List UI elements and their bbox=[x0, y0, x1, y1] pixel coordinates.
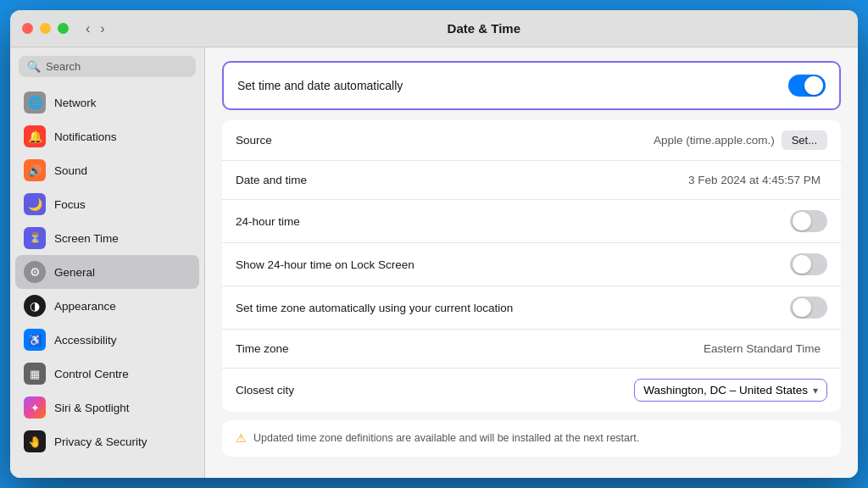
sidebar-item-screentime[interactable]: ⏳ Screen Time bbox=[15, 221, 199, 255]
sidebar: 🔍 Search 🌐 Network 🔔 Notifications 🔊 Sou… bbox=[10, 47, 205, 478]
table-row: Time zone Eastern Standard Time bbox=[222, 330, 841, 369]
sidebar-item-focus[interactable]: 🌙 Focus bbox=[15, 187, 199, 221]
sidebar-item-siri[interactable]: ✦ Siri & Spotlight bbox=[15, 391, 199, 424]
table-row: Set time zone automatically using your c… bbox=[222, 286, 841, 330]
set-button[interactable]: Set... bbox=[782, 130, 827, 150]
sidebar-item-label: Focus bbox=[54, 198, 86, 211]
dropdown-value: Washington, DC – United States bbox=[643, 384, 808, 396]
network-icon: 🌐 bbox=[24, 92, 46, 114]
source-label: Source bbox=[236, 134, 654, 147]
table-row: Show 24-hour time on Lock Screen bbox=[222, 243, 841, 286]
sidebar-item-privacy[interactable]: 🤚 Privacy & Security bbox=[15, 424, 199, 458]
settings-list: Source Apple (time.apple.com.) Set... Da… bbox=[222, 120, 841, 412]
sidebar-list: 🌐 Network 🔔 Notifications 🔊 Sound 🌙 Focu… bbox=[10, 82, 204, 478]
main-window: ‹ › Date & Time 🔍 Search 🌐 Network 🔔 Not… bbox=[10, 10, 858, 478]
content-area: 🔍 Search 🌐 Network 🔔 Notifications 🔊 Sou… bbox=[10, 47, 858, 478]
24hour-toggle[interactable] bbox=[790, 210, 827, 232]
back-button[interactable]: ‹ bbox=[82, 19, 93, 38]
titlebar: ‹ › Date & Time bbox=[10, 10, 858, 47]
maximize-button[interactable] bbox=[58, 23, 69, 34]
sidebar-item-label: Siri & Spotlight bbox=[54, 402, 130, 414]
sidebar-item-label: Screen Time bbox=[54, 232, 119, 245]
closest-city-dropdown[interactable]: Washington, DC – United States ▾ bbox=[634, 379, 827, 402]
sidebar-item-controlcentre[interactable]: ▦ Control Centre bbox=[15, 357, 199, 391]
sidebar-item-general[interactable]: ⚙ General bbox=[15, 255, 199, 289]
sidebar-item-label: Sound bbox=[54, 164, 87, 177]
sound-icon: 🔊 bbox=[24, 159, 46, 181]
minimize-button[interactable] bbox=[40, 23, 51, 34]
source-value: Apple (time.apple.com.) bbox=[654, 134, 775, 147]
focus-icon: 🌙 bbox=[24, 193, 46, 215]
timezone-label: Time zone bbox=[236, 342, 704, 355]
notifications-icon: 🔔 bbox=[24, 125, 46, 147]
auto-set-toggle[interactable] bbox=[788, 75, 826, 97]
datetime-value: 3 Feb 2024 at 4:45:57 PM bbox=[688, 174, 821, 186]
window-title: Date & Time bbox=[122, 21, 846, 36]
sidebar-item-accessibility[interactable]: ♿ Accessibility bbox=[15, 323, 199, 357]
toggle-thumb bbox=[804, 76, 823, 95]
search-bar[interactable]: 🔍 Search bbox=[19, 56, 196, 77]
auto-set-label: Set time and date automatically bbox=[237, 79, 788, 92]
warning-icon: ⚠ bbox=[236, 431, 247, 445]
24hour-lockscreen-toggle[interactable] bbox=[790, 253, 827, 275]
sidebar-item-label: Control Centre bbox=[54, 368, 129, 380]
nav-arrows: ‹ › bbox=[82, 19, 108, 38]
forward-button[interactable]: › bbox=[97, 19, 108, 38]
search-icon: 🔍 bbox=[27, 60, 41, 73]
toggle-thumb bbox=[793, 212, 811, 230]
toggle-thumb bbox=[793, 298, 811, 317]
sidebar-item-label: General bbox=[54, 266, 95, 279]
toggle-thumb bbox=[793, 255, 811, 274]
timezone-auto-toggle[interactable] bbox=[790, 297, 827, 319]
sidebar-item-sound[interactable]: 🔊 Sound bbox=[15, 153, 199, 187]
table-row: 24-hour time bbox=[222, 200, 841, 243]
close-button[interactable] bbox=[22, 23, 33, 34]
siri-icon: ✦ bbox=[24, 396, 46, 419]
sidebar-item-label: Privacy & Security bbox=[54, 435, 147, 448]
sidebar-item-notifications[interactable]: 🔔 Notifications bbox=[15, 119, 199, 153]
main-panel: Set time and date automatically Source A… bbox=[205, 47, 858, 478]
sidebar-item-network[interactable]: 🌐 Network bbox=[15, 86, 199, 119]
screentime-icon: ⏳ bbox=[24, 227, 46, 249]
appearance-icon: ◑ bbox=[24, 295, 46, 317]
24hour-lockscreen-label: Show 24-hour time on Lock Screen bbox=[236, 258, 790, 271]
sidebar-item-label: Network bbox=[54, 97, 97, 109]
traffic-lights bbox=[22, 23, 69, 34]
timezone-auto-label: Set time zone automatically using your c… bbox=[236, 302, 790, 314]
datetime-label: Date and time bbox=[236, 174, 688, 186]
sidebar-item-label: Accessibility bbox=[54, 334, 117, 347]
table-row: Closest city Washington, DC – United Sta… bbox=[222, 369, 841, 412]
sidebar-item-label: Appearance bbox=[54, 300, 116, 313]
24hour-label: 24-hour time bbox=[236, 215, 790, 228]
sidebar-item-appearance[interactable]: ◑ Appearance bbox=[15, 289, 199, 323]
general-icon: ⚙ bbox=[24, 261, 46, 283]
warning-text: Updated time zone definitions are availa… bbox=[253, 430, 639, 446]
table-row: Date and time 3 Feb 2024 at 4:45:57 PM bbox=[222, 161, 841, 200]
controlcentre-icon: ▦ bbox=[24, 363, 46, 385]
accessibility-icon: ♿ bbox=[24, 329, 46, 351]
privacy-icon: 🤚 bbox=[24, 430, 46, 452]
auto-set-section: Set time and date automatically bbox=[222, 61, 841, 110]
chevron-down-icon: ▾ bbox=[813, 385, 818, 396]
sidebar-item-label: Notifications bbox=[54, 130, 117, 143]
table-row: Source Apple (time.apple.com.) Set... bbox=[222, 120, 841, 161]
search-input[interactable]: Search bbox=[46, 60, 187, 73]
timezone-value: Eastern Standard Time bbox=[704, 342, 821, 355]
warning-section: ⚠ Updated time zone definitions are avai… bbox=[222, 420, 841, 457]
closestcity-label: Closest city bbox=[236, 384, 634, 396]
